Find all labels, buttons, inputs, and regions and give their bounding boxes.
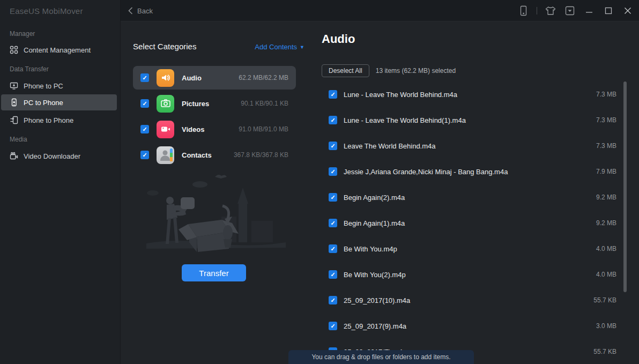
transfer-button[interactable]: Transfer: [182, 264, 246, 281]
file-name: 25_09_2017(10).m4a: [344, 296, 578, 304]
files-controls: Deselect All 13 items (62.2 MB) selected: [322, 64, 456, 77]
sidebar-item-phone-to-phone[interactable]: Phone to Phone: [1, 112, 117, 128]
sidebar-item-label: Phone to PC: [24, 82, 63, 90]
deselect-all-button[interactable]: Deselect All: [322, 64, 369, 77]
file-checkbox[interactable]: [329, 116, 337, 124]
file-row[interactable]: Leave The World Behind.m4a 7.3 MB: [316, 133, 616, 159]
file-checkbox[interactable]: [329, 322, 337, 330]
file-row[interactable]: Be With You.m4p 4.0 MB: [316, 236, 616, 262]
minimize-icon[interactable]: [583, 5, 595, 17]
transfer-illustration: [146, 167, 286, 261]
file-row[interactable]: Lune - Leave The World Behind(1).m4a 7.3…: [316, 107, 616, 133]
phone-to-pc-icon: [10, 81, 18, 90]
category-size: 367.8 KB/367.8 KB: [234, 151, 288, 159]
sidebar-item-label: PC to Phone: [24, 99, 63, 107]
add-contents-label: Add Contents: [255, 43, 297, 51]
category-label: Audio: [182, 74, 231, 82]
sidebar-item-pc-to-phone[interactable]: PC to Phone: [1, 94, 117, 110]
file-name: Leave The World Behind.m4a: [344, 142, 578, 150]
titlebar: Back: [121, 0, 639, 21]
maximize-icon[interactable]: [603, 5, 614, 17]
category-row-audio[interactable]: Audio 62.2 MB/62.2 MB: [133, 66, 296, 90]
category-size: 90.1 KB/90.1 KB: [241, 100, 288, 107]
audio-checkbox[interactable]: [140, 73, 149, 82]
pictures-icon: [157, 95, 174, 113]
files-panel: Audio Deselect All 13 items (62.2 MB) se…: [316, 21, 639, 364]
file-size: 7.3 MB: [584, 142, 616, 150]
phone-device-icon[interactable]: [517, 5, 529, 17]
files-panel-title: Audio: [322, 32, 355, 46]
file-row[interactable]: Lune - Leave The World Behind.m4a 7.3 MB: [316, 81, 616, 107]
file-name: Jessie J,Ariana Grande,Nicki Minaj - Ban…: [344, 168, 578, 176]
file-row[interactable]: Begin Again(1).m4a 9.2 MB: [316, 210, 616, 236]
videos-checkbox[interactable]: [140, 125, 149, 133]
category-label: Contacts: [182, 151, 226, 159]
categories-panel: Select Categories Add Contents ▼ Audio 6…: [121, 21, 316, 364]
file-size: 4.0 MB: [584, 271, 616, 278]
category-list: Audio 62.2 MB/62.2 MB Pictures 90.1 KB/9…: [133, 66, 296, 169]
file-list-scrollbar[interactable]: [623, 81, 627, 292]
sidebar-item-label: Content Management: [24, 46, 91, 54]
file-checkbox[interactable]: [329, 167, 337, 176]
file-row[interactable]: Be With You(2).m4p 4.0 MB: [316, 262, 616, 287]
selection-summary: 13 items (62.2 MB) selected: [376, 67, 456, 75]
category-row-pictures[interactable]: Pictures 90.1 KB/90.1 KB: [133, 92, 296, 115]
file-size: 55.7 KB: [584, 348, 616, 355]
pc-to-phone-icon: [10, 98, 18, 107]
file-checkbox[interactable]: [329, 90, 337, 99]
phone-to-phone-icon: [10, 116, 18, 124]
file-row[interactable]: Jessie J,Ariana Grande,Nicki Minaj - Ban…: [316, 159, 616, 184]
file-checkbox[interactable]: [329, 244, 337, 253]
dropdown-menu-icon[interactable]: [564, 5, 576, 17]
file-size: 9.2 MB: [584, 194, 616, 201]
file-checkbox[interactable]: [329, 219, 337, 227]
add-contents-button[interactable]: Add Contents ▼: [255, 43, 304, 51]
category-row-contacts[interactable]: Contacts 367.8 KB/367.8 KB: [133, 143, 296, 167]
file-size: 7.9 MB: [584, 168, 616, 175]
pictures-checkbox[interactable]: [140, 99, 149, 108]
sidebar-item-label: Video Downloader: [24, 152, 80, 160]
file-name: Lune - Leave The World Behind.m4a: [344, 91, 578, 99]
file-size: 3.0 MB: [584, 322, 616, 330]
gift-shirt-icon[interactable]: [545, 5, 556, 17]
app-title: EaseUS MobiMover: [10, 6, 83, 16]
category-label: Pictures: [182, 100, 233, 108]
file-size: 55.7 KB: [584, 296, 616, 304]
file-checkbox[interactable]: [329, 193, 337, 202]
audio-icon: [157, 69, 174, 87]
file-checkbox[interactable]: [329, 270, 337, 279]
file-size: 9.2 MB: [584, 219, 616, 227]
close-icon[interactable]: [622, 5, 634, 17]
grid-icon: [10, 46, 18, 54]
sidebar-section-media: Media: [10, 136, 27, 143]
file-row[interactable]: Begin Again(2).m4a 9.2 MB: [316, 184, 616, 210]
file-checkbox[interactable]: [329, 296, 337, 304]
file-size: 4.0 MB: [584, 245, 616, 252]
sidebar-section-manager: Manager: [10, 30, 35, 38]
back-button[interactable]: Back: [128, 0, 153, 21]
sidebar-item-video-downloader[interactable]: Video Downloader: [1, 148, 117, 164]
video-downloader-icon: [10, 152, 18, 160]
videos-icon: [157, 121, 174, 138]
contacts-checkbox[interactable]: [140, 151, 149, 159]
file-name: Lune - Leave The World Behind(1).m4a: [344, 116, 578, 124]
sidebar-item-content-management[interactable]: Content Management: [1, 42, 117, 58]
contacts-icon-tabs: [170, 148, 173, 162]
file-row[interactable]: 25_09_2017(10).m4a 55.7 KB: [316, 287, 616, 313]
file-size: 7.3 MB: [584, 116, 616, 124]
category-size: 91.0 MB/91.0 MB: [239, 125, 288, 133]
file-name: Be With You(2).m4p: [344, 271, 578, 279]
sidebar-item-phone-to-pc[interactable]: Phone to PC: [1, 78, 117, 94]
back-label: Back: [137, 7, 153, 15]
file-checkbox[interactable]: [329, 142, 337, 150]
sidebar-section-data-transfer: Data Transfer: [10, 65, 49, 73]
contacts-icon: [157, 146, 174, 164]
file-size: 7.3 MB: [584, 91, 616, 98]
chevron-down-icon: ▼: [300, 44, 304, 50]
sidebar: EaseUS MobiMover Manager Content Managem…: [0, 0, 121, 364]
category-size: 62.2 MB/62.2 MB: [239, 74, 288, 81]
file-row[interactable]: 25_09_2017(9).m4a 3.0 MB: [316, 313, 616, 339]
sidebar-item-label: Phone to Phone: [24, 116, 73, 124]
drag-drop-hint: You can drag & drop files or folders to …: [288, 350, 474, 364]
category-row-videos[interactable]: Videos 91.0 MB/91.0 MB: [133, 117, 296, 141]
